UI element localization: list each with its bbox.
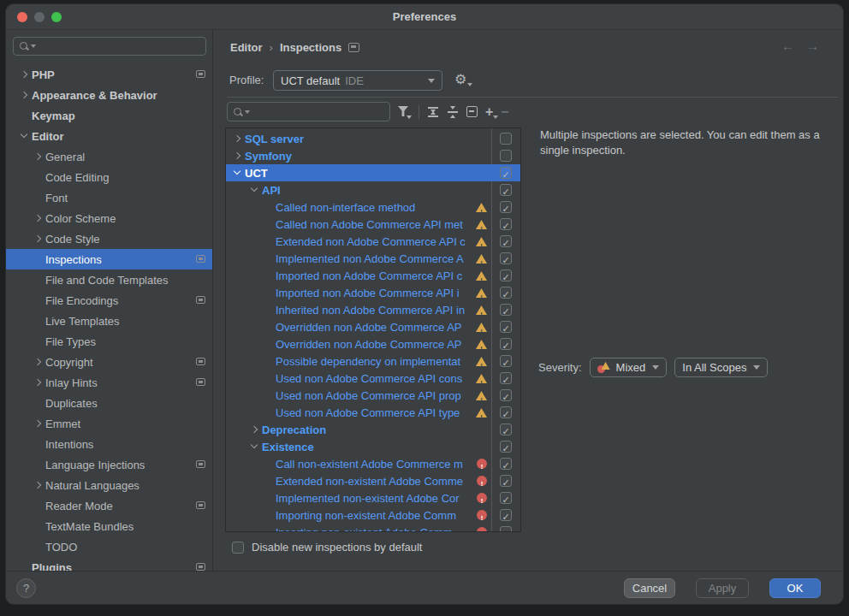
expand-all-icon[interactable] [427,106,439,118]
inspection-checkbox[interactable] [500,475,512,487]
inspection-checkbox[interactable] [500,304,512,316]
chevron-right-icon[interactable] [32,151,44,163]
inspection-checkbox[interactable] [500,252,512,264]
disable-new-inspections-checkbox[interactable] [232,542,244,554]
inspection-checkbox[interactable] [500,355,512,367]
forward-arrow-icon[interactable]: → [806,38,819,53]
inspection-checkbox[interactable] [500,184,512,196]
sidebar-item-php[interactable]: PHP [6,64,212,85]
filter-icon[interactable] [398,105,411,118]
inspection-row-possible-dependency-on-implementat[interactable]: Possible dependency on implementat [226,352,520,370]
sidebar-item-reader-mode[interactable]: Reader Mode [6,495,212,516]
inspection-row-used-non-adobe-commerce-api-cons[interactable]: Used non Adobe Commerce API cons [226,370,520,387]
sidebar-item-file-types[interactable]: File Types [6,331,212,352]
sidebar-item-plugins[interactable]: Plugins [6,557,212,571]
search-history-caret-icon[interactable] [31,44,36,48]
chevron-right-icon[interactable] [32,212,44,224]
sidebar-item-inlay-hints[interactable]: Inlay Hints [6,372,212,393]
inspection-row-implemented-non-existent-adobe-cor[interactable]: Implemented non-existent Adobe Cor [226,489,520,506]
ok-button[interactable]: OK [769,578,821,598]
breadcrumb-inspections[interactable]: Inspections [280,41,341,54]
sidebar-item-general[interactable]: General [6,146,212,167]
inspection-row-overridden-non-adobe-commerce-ap[interactable]: Overridden non Adobe Commerce AP [226,318,520,335]
inspection-checkbox[interactable] [500,458,512,470]
inspection-checkbox[interactable] [500,235,512,247]
sidebar-item-copyright[interactable]: Copyright [6,352,212,372]
sidebar-item-language-injections[interactable]: Language Injections [6,454,212,475]
inspection-checkbox[interactable] [500,167,512,179]
chevron-right-icon[interactable] [248,424,260,435]
inspection-checkbox[interactable] [500,492,512,504]
sidebar-item-font[interactable]: Font [6,187,212,208]
chevron-right-icon[interactable] [231,150,243,162]
inspection-row-called-non-adobe-commerce-api-met[interactable]: Called non Adobe Commerce API met [226,216,520,233]
severity-dropdown[interactable]: Mixed [590,358,668,377]
scope-dropdown[interactable]: In All Scopes [674,358,768,377]
sidebar-item-live-templates[interactable]: Live Templates [6,311,212,331]
sidebar-search-input[interactable] [13,37,206,56]
inspection-checkbox[interactable] [500,270,512,281]
cancel-button[interactable]: Cancel [624,578,675,598]
inspection-row-uct[interactable]: UCT [226,164,520,181]
inspection-row-importing-non-existent-adobe-comm[interactable]: Importing non-existent Adobe Comm [226,506,520,524]
inspection-row-call-non-existent-adobe-commerce-m[interactable]: Call non-existent Adobe Commerce m [226,455,520,472]
chevron-right-icon[interactable] [32,418,44,429]
chevron-right-icon[interactable] [231,133,243,145]
inspection-row-called-non-interface-method[interactable]: Called non-interface method [226,198,520,216]
inspection-checkbox[interactable] [500,424,512,435]
inspection-row-implemented-non-adobe-commerce-a[interactable]: Implemented non Adobe Commerce A [226,250,520,267]
inspection-row-imported-non-adobe-commerce-api-c[interactable]: Imported non Adobe Commerce API c [226,267,520,284]
breadcrumb-editor[interactable]: Editor [230,41,263,54]
inspection-row-used-non-adobe-commerce-api-type[interactable]: Used non Adobe Commerce API type [226,404,520,421]
inspection-row-extended-non-adobe-commerce-api-c[interactable]: Extended non Adobe Commerce API c [226,233,520,250]
inspection-row-imported-non-adobe-commerce-api-i[interactable]: Imported non Adobe Commerce API i [226,284,520,301]
inspections-search-input[interactable] [227,102,390,121]
inspection-row-deprecation[interactable]: Deprecation [226,421,520,438]
inspection-checkbox[interactable] [500,218,512,230]
inspection-row-api[interactable]: API [226,181,520,198]
chevron-right-icon[interactable] [18,68,30,80]
chevron-right-icon[interactable] [32,376,44,388]
sidebar-item-todo[interactable]: TODO [6,536,212,557]
sidebar-item-code-editing[interactable]: Code Editing [6,167,212,187]
chevron-right-icon[interactable] [32,356,44,368]
inspection-checkbox[interactable] [500,372,512,384]
chevron-down-icon[interactable] [248,184,260,196]
help-button[interactable]: ? [16,578,36,598]
sidebar-item-file-and-code-templates[interactable]: File and Code Templates [6,270,212,290]
sidebar-item-duplicates[interactable]: Duplicates [6,393,212,413]
collapse-all-icon[interactable] [447,106,459,118]
inspection-row-used-non-adobe-commerce-api-prop[interactable]: Used non Adobe Commerce API prop [226,387,520,404]
sidebar-item-keymap[interactable]: Keymap [6,105,212,126]
chevron-right-icon[interactable] [32,479,44,491]
sidebar-item-color-scheme[interactable]: Color Scheme [6,208,212,228]
inspection-checkbox[interactable] [500,406,512,418]
inspection-checkbox[interactable] [500,287,512,299]
inspection-checkbox[interactable] [500,389,512,401]
inspection-row-existence[interactable]: Existence [226,438,520,455]
sidebar-item-emmet[interactable]: Emmet [6,413,212,434]
inspection-checkbox[interactable] [500,526,512,532]
search-history-caret-icon[interactable] [245,110,250,114]
chevron-right-icon[interactable] [18,89,30,101]
back-arrow-icon[interactable]: ← [781,38,794,53]
sidebar-item-appearance-behavior[interactable]: Appearance & Behavior [6,85,212,105]
inspection-row-inherited-non-adobe-commerce-api-in[interactable]: Inherited non Adobe Commerce API in [226,301,520,318]
reset-inspection-icon[interactable] [466,106,478,117]
chevron-down-icon[interactable] [231,167,243,179]
inspection-checkbox[interactable] [500,338,512,350]
sidebar-item-intentions[interactable]: Intentions [6,434,212,454]
inspection-row-extended-non-existent-adobe-comme[interactable]: Extended non-existent Adobe Comme [226,472,520,489]
sidebar-item-code-style[interactable]: Code Style [6,228,212,249]
sidebar-item-textmate-bundles[interactable]: TextMate Bundles [6,516,212,536]
inspection-row-symfony[interactable]: Symfony [226,147,520,164]
inspection-row-sql-server[interactable]: SQL server [226,130,520,147]
sidebar-item-editor[interactable]: Editor [6,126,212,146]
inspection-checkbox[interactable] [500,201,512,213]
profile-actions-button[interactable]: ⚙ [454,72,472,87]
chevron-right-icon[interactable] [32,233,44,245]
profile-dropdown[interactable]: UCT default IDE [273,70,442,91]
inspection-checkbox[interactable] [500,321,512,333]
inspection-checkbox[interactable] [500,150,512,162]
sidebar-item-file-encodings[interactable]: File Encodings [6,290,212,311]
